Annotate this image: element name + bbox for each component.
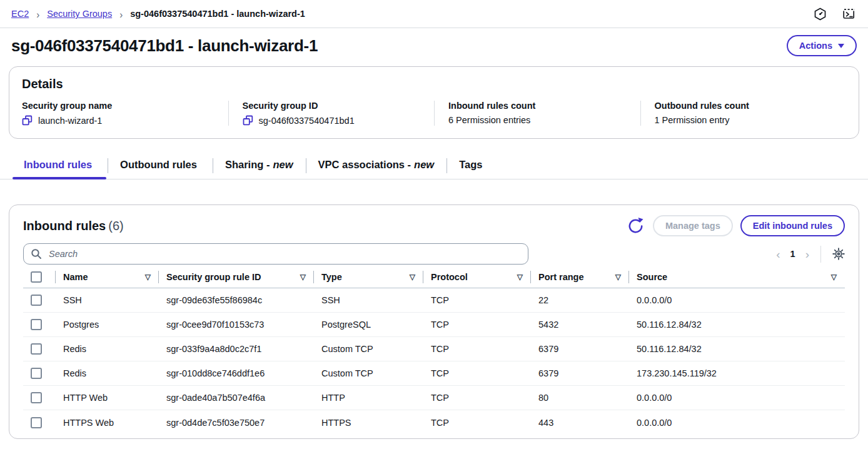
filter-icon[interactable]: ▽	[831, 273, 837, 281]
cell-rule-id: sgr-033f9a4a8d0c2c7f1	[159, 344, 314, 354]
breadcrumb-link-security-groups[interactable]: Security Groups	[47, 9, 112, 19]
row-checkbox[interactable]	[31, 343, 42, 355]
cell-rule-id: sgr-0d4de7c5f03e750e7	[159, 418, 314, 428]
table-row: SSH sgr-09de63fe55f86984c SSH TCP 22 0.0…	[23, 288, 845, 313]
cell-name: HTTPS Web	[56, 418, 159, 428]
breadcrumb-current: sg-046f0337540471bd1 - launch-wizard-1	[130, 9, 305, 19]
column-header-protocol: Protocol	[431, 272, 468, 282]
cell-protocol: TCP	[423, 344, 531, 354]
filter-icon[interactable]: ▽	[145, 273, 151, 281]
current-page-number[interactable]: 1	[790, 249, 795, 259]
row-checkbox[interactable]	[31, 417, 42, 428]
filter-icon[interactable]: ▽	[410, 273, 415, 281]
divider	[820, 246, 821, 263]
select-all-checkbox[interactable]	[31, 271, 42, 283]
cell-port-range: 443	[531, 418, 629, 428]
column-header-source: Source	[637, 272, 667, 282]
breadcrumb: EC2 › Security Groups › sg-046f033754047…	[11, 9, 305, 19]
cell-rule-id: sgr-09de63fe55f86984c	[159, 295, 314, 305]
tab-tags[interactable]: Tags	[447, 154, 498, 179]
next-page-button[interactable]: ›	[805, 248, 809, 260]
manage-tags-label: Manage tags	[665, 221, 720, 231]
edit-inbound-rules-button[interactable]: Edit inbound rules	[740, 215, 845, 236]
breadcrumb-link-ec2[interactable]: EC2	[11, 9, 29, 19]
field-security-group-id: Security group ID sg-046f0337540471bd1	[228, 101, 435, 126]
cell-protocol: TCP	[423, 320, 531, 330]
cell-source: 50.116.12.84/32	[629, 320, 845, 330]
pagination: ‹ 1 ›	[776, 246, 845, 263]
cell-type: PostgreSQL	[314, 320, 423, 330]
column-header-port-range: Port range	[538, 272, 584, 282]
cloudshell-terminal-icon[interactable]	[842, 8, 857, 21]
cell-rule-id: sgr-010dd8ce746ddf1e6	[159, 368, 314, 378]
tab-vpc-associations[interactable]: VPC associations -new	[306, 154, 447, 179]
copy-icon[interactable]	[243, 115, 253, 126]
search-box	[23, 243, 528, 265]
tab-new-badge: new	[273, 159, 293, 170]
breadcrumb-bar: EC2 › Security Groups › sg-046f033754047…	[0, 0, 868, 28]
table-row: HTTP Web sgr-0ade40a7b507e4f6a HTTP TCP …	[23, 386, 845, 410]
copy-icon[interactable]	[22, 115, 33, 126]
table-row: Redis sgr-033f9a4a8d0c2c7f1 Custom TCP T…	[23, 337, 845, 361]
cell-source: 50.116.12.84/32	[629, 344, 845, 354]
cell-type: SSH	[314, 295, 423, 305]
column-header-rule-id: Security group rule ID	[166, 272, 261, 282]
panel-title: Inbound rules(6)	[23, 219, 124, 233]
field-inbound-rules-count: Inbound rules count 6 Permission entries	[434, 101, 640, 126]
tab-label: Sharing -	[225, 159, 270, 170]
tab-list: Inbound rules Outbound rules Sharing -ne…	[0, 154, 868, 179]
row-checkbox[interactable]	[31, 295, 42, 306]
search-icon	[31, 248, 42, 260]
cell-type: HTTP	[314, 393, 423, 403]
cell-source: 173.230.145.119/32	[629, 368, 845, 378]
details-fields: Security group name launch-wizard-1 Secu…	[22, 101, 846, 126]
chevron-down-icon	[838, 44, 844, 48]
column-header-name: Name	[63, 272, 88, 282]
refresh-icon[interactable]	[626, 216, 645, 236]
cell-name: Redis	[56, 344, 159, 354]
cell-name: Postgres	[56, 320, 159, 330]
table-header-row: Name▽ Security group rule ID▽ Type▽ Prot…	[23, 270, 845, 288]
cell-rule-id: sgr-0ade40a7b507e4f6a	[159, 393, 314, 403]
row-checkbox[interactable]	[31, 319, 42, 330]
field-value: sg-046f0337540471bd1	[259, 116, 355, 126]
cell-port-range: 6379	[531, 368, 629, 378]
filter-icon[interactable]: ▽	[300, 273, 306, 281]
field-value: 1 Permission entry	[655, 115, 730, 125]
chevron-right-icon: ›	[36, 8, 39, 20]
cell-port-range: 6379	[531, 344, 629, 354]
inbound-rules-panel: Inbound rules(6) Manage tags Edit inboun…	[9, 204, 859, 439]
actions-button-label: Actions	[799, 41, 832, 51]
tab-label: Tags	[459, 159, 482, 170]
cell-type: HTTPS	[314, 418, 423, 428]
manage-tags-button[interactable]: Manage tags	[653, 215, 733, 236]
settings-gear-icon[interactable]	[832, 248, 845, 260]
tab-sharing[interactable]: Sharing -new	[213, 154, 306, 179]
row-checkbox[interactable]	[31, 368, 42, 379]
tab-outbound-rules[interactable]: Outbound rules	[108, 154, 213, 179]
cell-source: 0.0.0.0/0	[629, 418, 845, 428]
table-row: HTTPS Web sgr-0d4de7c5f03e750e7 HTTPS TC…	[23, 410, 845, 435]
timer-hexagon-icon[interactable]	[814, 8, 827, 21]
field-value: launch-wizard-1	[38, 116, 102, 126]
row-checkbox[interactable]	[31, 392, 42, 403]
field-outbound-rules-count: Outbound rules count 1 Permission entry	[640, 101, 847, 126]
edit-inbound-rules-label: Edit inbound rules	[753, 221, 832, 231]
field-security-group-name: Security group name launch-wizard-1	[22, 101, 228, 126]
field-label: Inbound rules count	[448, 101, 627, 111]
cell-port-range: 5432	[531, 320, 629, 330]
rules-count: (6)	[108, 219, 123, 233]
actions-button[interactable]: Actions	[787, 35, 857, 56]
inbound-rules-table: Name▽ Security group rule ID▽ Type▽ Prot…	[23, 270, 845, 435]
cell-name: HTTP Web	[56, 393, 159, 403]
page-title: sg-046f0337540471bd1 - launch-wizard-1	[11, 36, 318, 56]
cell-protocol: TCP	[423, 368, 531, 378]
cell-source: 0.0.0.0/0	[629, 295, 845, 305]
previous-page-button[interactable]: ‹	[776, 248, 780, 260]
filter-icon[interactable]: ▽	[517, 273, 523, 281]
search-input[interactable]	[48, 248, 521, 260]
tab-inbound-rules[interactable]: Inbound rules	[11, 154, 108, 179]
filter-icon[interactable]: ▽	[615, 273, 621, 281]
details-heading: Details	[22, 77, 846, 91]
page-header: sg-046f0337540471bd1 - launch-wizard-1 A…	[0, 28, 868, 59]
